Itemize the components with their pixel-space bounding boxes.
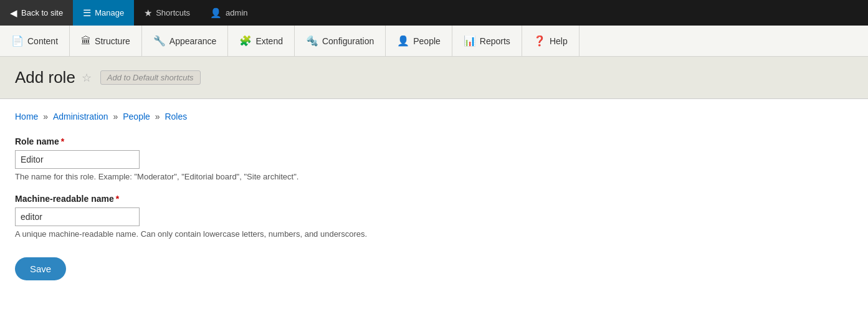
nav-content-label: Content: [27, 36, 58, 46]
role-name-label: Role name*: [15, 136, 853, 146]
required-star-role: *: [61, 136, 64, 146]
star-bar-icon: ★: [144, 7, 152, 19]
nav-people-label: People: [413, 36, 441, 46]
shortcut-hint[interactable]: Add to Default shortcuts: [100, 70, 201, 85]
nav-structure[interactable]: 🏛 Structure: [70, 26, 142, 56]
reports-icon: 📊: [464, 35, 476, 47]
nav-help-label: Help: [550, 36, 568, 46]
role-name-input[interactable]: [15, 150, 140, 169]
shortcuts-label: Shortcuts: [156, 8, 190, 17]
required-star-machine: *: [116, 194, 119, 204]
back-to-site-label: Back to site: [21, 8, 63, 17]
extend-icon: 🧩: [239, 35, 252, 47]
nav-extend-label: Extend: [255, 36, 283, 46]
favorite-star-icon[interactable]: ☆: [82, 71, 92, 85]
nav-appearance-label: Appearance: [169, 36, 217, 46]
appearance-icon: 🔧: [153, 35, 166, 47]
breadcrumb-people[interactable]: People: [123, 112, 150, 121]
manage-label: Manage: [95, 8, 124, 17]
nav-help[interactable]: ❓ Help: [522, 26, 579, 56]
nav-appearance[interactable]: 🔧 Appearance: [142, 26, 229, 56]
machine-name-group: Machine-readable name* A unique machine-…: [15, 194, 853, 239]
help-icon: ❓: [533, 35, 546, 47]
breadcrumb-home[interactable]: Home: [15, 112, 38, 121]
machine-name-input[interactable]: [15, 207, 140, 226]
role-name-hint: The name for this role. Example: "Modera…: [15, 172, 853, 181]
breadcrumb: Home » Administration » People » Roles: [15, 112, 853, 121]
admin-label: admin: [226, 8, 247, 17]
back-to-site-link[interactable]: ◀ Back to site: [0, 0, 73, 26]
machine-name-hint: A unique machine-readable name. Can only…: [15, 229, 853, 239]
content-icon: 📄: [11, 35, 24, 47]
user-bar-icon: 👤: [210, 7, 222, 19]
machine-name-label: Machine-readable name*: [15, 194, 853, 204]
page-title: Add role: [15, 68, 75, 87]
shortcuts-menu-item[interactable]: ★ Shortcuts: [134, 0, 200, 26]
page-header: Add role ☆ Add to Default shortcuts: [0, 57, 868, 99]
save-button[interactable]: Save: [15, 257, 66, 280]
back-arrow-icon: ◀: [10, 7, 17, 19]
nav-configuration-label: Configuration: [322, 36, 374, 46]
breadcrumb-sep-3: »: [155, 112, 163, 121]
structure-icon: 🏛: [81, 36, 91, 47]
nav-configuration[interactable]: 🔩 Configuration: [295, 26, 386, 56]
main-nav: 📄 Content 🏛 Structure 🔧 Appearance 🧩 Ext…: [0, 26, 868, 57]
nav-people[interactable]: 👤 People: [386, 26, 452, 56]
nav-structure-label: Structure: [95, 36, 130, 46]
role-name-group: Role name* The name for this role. Examp…: [15, 136, 853, 181]
configuration-icon: 🔩: [306, 35, 318, 47]
manage-menu-item[interactable]: ☰ Manage: [73, 0, 134, 26]
people-icon: 👤: [397, 35, 409, 47]
nav-extend[interactable]: 🧩 Extend: [228, 26, 295, 56]
nav-reports[interactable]: 📊 Reports: [452, 26, 522, 56]
nav-reports-label: Reports: [480, 36, 510, 46]
breadcrumb-roles[interactable]: Roles: [165, 112, 187, 121]
page-content: Home » Administration » People » Roles R…: [0, 99, 868, 293]
menu-icon: ☰: [83, 7, 91, 19]
breadcrumb-sep-1: »: [43, 112, 50, 121]
breadcrumb-administration[interactable]: Administration: [53, 112, 108, 121]
nav-content[interactable]: 📄 Content: [0, 26, 70, 56]
admin-bar: ◀ Back to site ☰ Manage ★ Shortcuts 👤 ad…: [0, 0, 868, 26]
breadcrumb-sep-2: »: [113, 112, 121, 121]
admin-menu-item[interactable]: 👤 admin: [200, 0, 257, 26]
